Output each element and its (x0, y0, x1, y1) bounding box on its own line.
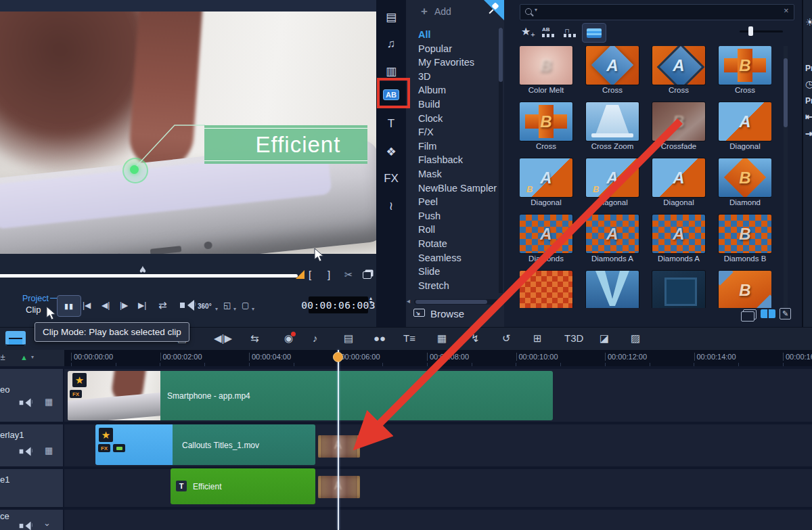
transition-color-melt[interactable]: BColor Melt (520, 46, 572, 94)
transition-thumbnail[interactable]: A (586, 158, 639, 197)
category-flashback[interactable]: Flashback (406, 153, 498, 167)
overlay-track-header[interactable]: erlay1 ▦ (0, 424, 63, 466)
tool-titles[interactable]: T (376, 111, 406, 137)
chevron-down-icon[interactable]: ▾ (252, 306, 254, 312)
transition-cross-zoom[interactable]: Cross Zoom (586, 102, 639, 150)
thumbnail-zoom-slider[interactable] (740, 30, 783, 32)
toolbar-mixed-media[interactable]: ▤ (344, 332, 353, 345)
mute-icon[interactable] (20, 449, 24, 454)
pause-button[interactable]: ▮▮ (57, 295, 81, 317)
transition-diagonal[interactable]: ADiagonal (520, 158, 572, 206)
transition-thumbnail[interactable] (586, 271, 639, 308)
clip-callouts-titles[interactable]: Callouts Titles_1.mov (173, 424, 315, 465)
clear-search-icon[interactable]: × (784, 5, 789, 16)
category-film[interactable]: Film (406, 139, 498, 154)
voice-track-header[interactable]: ce ⌄ (0, 510, 63, 530)
toolbar-auto-music[interactable]: ●● (374, 332, 386, 344)
search-input[interactable] (520, 4, 794, 20)
spin-down-icon[interactable]: ▾ (369, 299, 372, 305)
category-roll[interactable]: Roll (406, 223, 498, 237)
transition-thumbnail[interactable]: B (520, 102, 572, 141)
track-manager-icon[interactable]: ≡± (0, 352, 5, 362)
category-seamless[interactable]: Seamless (406, 251, 498, 265)
toolbar-mask-editor[interactable]: ▨ (631, 332, 640, 345)
search-caret-icon[interactable]: ▾ (535, 7, 537, 13)
transition-thumbnail[interactable] (586, 102, 639, 141)
go-end-button[interactable]: ▶| (138, 301, 146, 310)
tool-audio[interactable]: ♫ (376, 31, 406, 57)
playhead-line[interactable] (338, 350, 339, 530)
insert-marker-icon[interactable]: ▲ (20, 353, 28, 361)
category-stretch[interactable]: Stretch (406, 279, 498, 293)
tool-overlays[interactable]: ❖ (376, 139, 406, 164)
toolbar-subtitle-editor[interactable]: T≡ (403, 332, 415, 344)
transition-diamonds-b[interactable]: BDiamonds B (719, 215, 771, 263)
category-newblue-sampler[interactable]: NewBlue Sampler (406, 181, 498, 196)
transition-thumbnail[interactable]: B (719, 158, 771, 197)
numbered-view-icon[interactable] (563, 27, 578, 38)
transition-diamonds-a[interactable]: ADiamonds A (652, 215, 705, 263)
transition-thumbnail[interactable]: A (652, 215, 705, 253)
gallery-vscrollbar-thumb[interactable] (784, 58, 788, 127)
transition-thumbnail[interactable]: B (719, 271, 771, 308)
browse-button[interactable]: Browse (430, 308, 464, 319)
timeline-ruler[interactable]: 00:00:00:0000:00:02:0000:00:04:0000:00:0… (64, 350, 812, 366)
tool-media-library[interactable]: ▤ (376, 4, 406, 30)
track-grid-icon[interactable]: ▦ (45, 397, 53, 407)
transition-diagonal[interactable]: ADiagonal (719, 102, 771, 150)
transition-thumbnail[interactable]: B (520, 46, 572, 85)
transition-thumbnail[interactable]: A (719, 102, 771, 141)
volume-icon[interactable] (180, 303, 185, 308)
transition-thumbnail[interactable]: A (652, 46, 705, 85)
transition-t-vblue[interactable] (586, 271, 639, 308)
add-favorite-icon[interactable]: ★+ (521, 25, 535, 39)
ab-thumbnail-view-icon[interactable] (541, 27, 556, 38)
video-track-header[interactable]: eo ▦ (0, 369, 63, 422)
scrubber-marker-icon[interactable]: ♥ (139, 263, 146, 276)
transition-thumbnail[interactable]: A (586, 46, 639, 85)
next-frame-button[interactable]: |▶ (120, 301, 128, 310)
transition-thumbnail[interactable]: A (586, 215, 639, 253)
transition-thumbnail[interactable]: B (652, 102, 705, 141)
category-clock[interactable]: Clock (406, 112, 498, 126)
transition-thumbnail[interactable]: A (652, 158, 705, 197)
category-album[interactable]: Album (406, 83, 498, 97)
split-scissors-button[interactable]: ✂ (344, 269, 353, 281)
toolbar-loop-playback[interactable]: ↺ (502, 332, 511, 345)
chevron-down-icon[interactable]: ▾ (215, 306, 218, 312)
toolbar-motion-tracking[interactable]: ↯ (471, 332, 480, 345)
transition-thumbnail[interactable]: A (520, 158, 572, 197)
toolbar-split-clip[interactable]: ◀|▶ (214, 332, 232, 345)
transition-thumbnail[interactable] (520, 271, 572, 308)
transition-cross[interactable]: BCross (520, 102, 572, 150)
mute-icon[interactable] (20, 524, 24, 528)
transition-t-dark[interactable] (652, 271, 705, 308)
chevron-down-icon[interactable]: ▾ (233, 306, 236, 312)
preview-scrubber[interactable] (0, 274, 298, 278)
edit-icon[interactable]: ✎ (780, 308, 791, 319)
transition-thumbnail[interactable]: A (520, 215, 572, 253)
chevron-down-icon[interactable]: ▾ (31, 354, 34, 360)
add-category-button[interactable]: Add (434, 6, 451, 17)
category-vscrollbar-thumb[interactable] (499, 28, 503, 82)
toolbar-record-capture[interactable]: ◉ (284, 332, 293, 345)
toolbar-sound-mixer[interactable]: ♪ (313, 332, 318, 344)
clip-mode-label[interactable]: Clip (26, 305, 41, 315)
hscroll-left-arrow[interactable]: ◂ (407, 297, 410, 305)
clip-efficient-title[interactable]: T Efficient (171, 468, 315, 504)
category-my-favorites[interactable]: My Favorites (406, 56, 498, 70)
dual-view-toggle[interactable] (761, 309, 775, 318)
title-track-header[interactable]: e1 (0, 469, 63, 507)
transition-clip-thumbnail[interactable] (318, 435, 360, 458)
transition-t-checkr[interactable] (520, 271, 572, 308)
timecode-spinner[interactable]: ▴ ▾ (369, 296, 372, 305)
track-grid-icon[interactable]: ▦ (45, 445, 53, 456)
thumbnail-zoom-handle[interactable] (748, 26, 753, 36)
view-360-button[interactable]: 360° (198, 303, 212, 310)
tool-filters[interactable]: FX (376, 166, 406, 192)
transition-diamonds-a[interactable]: ADiamonds A (586, 215, 639, 263)
category-mask[interactable]: Mask (406, 167, 498, 181)
transition-diagonal[interactable]: ADiagonal (586, 158, 639, 206)
category-popular[interactable]: Popular (406, 42, 498, 56)
toolbar-multicam[interactable]: ⊞ (533, 332, 542, 345)
